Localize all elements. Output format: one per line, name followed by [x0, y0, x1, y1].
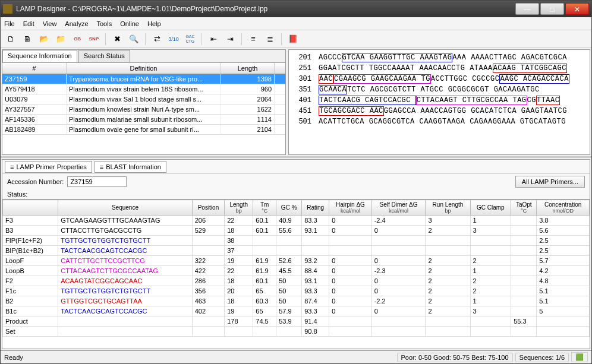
col-header[interactable]: Tm°C — [253, 200, 276, 216]
tab-lamp-primer-properties[interactable]: ≡LAMP Primer Properties — [5, 161, 92, 173]
menu-analyze[interactable]: Analyze — [65, 20, 88, 27]
col-header[interactable]: Concentrationnmol/OD — [537, 200, 590, 216]
col-header[interactable]: Lengthbp — [225, 200, 253, 216]
statusbar: Ready Poor: 0-50 Good: 50-75 Best: 75-10… — [1, 350, 591, 363]
menu-edit[interactable]: Edit — [23, 20, 34, 27]
toolbar: 🗋 🗎 📂 📁 GB SNP ✖ 🔍 ⇄ 3/10 GAC CTG ⇤ ⇥ ≡ … — [1, 30, 591, 48]
align-right-icon[interactable]: ⇥ — [223, 33, 237, 46]
tab-blast-information[interactable]: ≡BLAST Information — [95, 161, 166, 173]
new-icon[interactable]: 🗋 — [4, 33, 17, 46]
col-length[interactable]: Length — [221, 63, 275, 74]
table-row[interactable]: AY327557Plasmodium knowlesi strain Nuri … — [2, 105, 285, 115]
table-row[interactable]: F1cTGTTGCTGTGGTCTGTGCTT35620655093.30022… — [3, 286, 590, 296]
table-row[interactable]: AF145336Plasmodium malariae small subuni… — [2, 115, 285, 125]
sequence-info-panel: Sequence Information Search Status # Def… — [2, 49, 286, 155]
status-ready: Ready — [4, 354, 23, 361]
bars-icon: ≡ — [10, 163, 14, 170]
col-header[interactable]: Hairpin ΔGkcal/mol — [329, 200, 372, 216]
sequence-table-header: # Definition Length — [2, 63, 285, 74]
col-definition[interactable]: Definition — [67, 63, 221, 74]
menu-view[interactable]: View — [43, 20, 57, 27]
primer-table[interactable]: SequencePositionLengthbpTm°CGC %RatingHa… — [2, 199, 590, 349]
ratio-icon[interactable]: 3/10 — [167, 33, 180, 46]
delete-icon[interactable]: ✖ — [111, 33, 124, 46]
col-header[interactable]: GC % — [276, 200, 302, 216]
table-row[interactable]: Product17874.553.991.455.3 — [3, 316, 590, 327]
toolbar-separator — [241, 33, 242, 45]
table-row[interactable]: F3GTCAAGAAGGTTTGCAAAGTAG2062260.140.983.… — [3, 216, 590, 226]
bars-icon: ≡ — [100, 163, 103, 170]
table-row[interactable]: B3CTTACCTTGTGACGCCTG5291860.155.693.1002… — [3, 226, 590, 236]
toolbar-separator — [145, 33, 146, 45]
sequence-info-tabs: Sequence Information Search Status — [2, 50, 285, 63]
status-legend: Poor: 0-50 Good: 50-75 Best: 75-100 — [397, 353, 513, 362]
app-window: LAMP Designer - C:\PROGRA~1\LAMPDE~1.01\… — [0, 0, 592, 364]
status-sequences: Sequences: 1/6 — [515, 353, 569, 362]
table-row[interactable]: LoopFCATTCTTGCTTCCGCTTCG3221961.952.693.… — [3, 256, 590, 266]
top-split: Sequence Information Search Status # Def… — [1, 48, 591, 158]
minimize-button[interactable]: — — [515, 3, 539, 15]
close-button[interactable]: ✕ — [565, 3, 589, 15]
col-header[interactable]: Rating — [302, 200, 329, 216]
open-folder-icon[interactable]: 📂 — [37, 33, 51, 46]
table-row[interactable]: BIP(B1c+B2)TACTCAACGCAGTCCACGC372.5 — [3, 246, 590, 256]
titlebar: LAMP Designer - C:\PROGRA~1\LAMPDE~1.01\… — [1, 1, 591, 17]
col-header[interactable]: Run Lengthbp — [426, 200, 470, 216]
col-header[interactable]: Self Dimer ΔGkcal/mol — [371, 200, 426, 216]
maximize-button[interactable]: □ — [540, 3, 564, 15]
bars-icon[interactable]: ≡ — [247, 33, 260, 46]
col-header[interactable]: Sequence — [58, 200, 192, 216]
table-row[interactable]: LoopBCTTACAAGTCTTGCGCCAATAG4222261.945.5… — [3, 266, 590, 276]
primer-tabs: ≡LAMP Primer Properties ≡BLAST Informati… — [2, 160, 590, 174]
toolbar-separator — [105, 33, 106, 45]
tab-search-status[interactable]: Search Status — [78, 50, 130, 62]
snp-icon[interactable]: SNP — [87, 33, 100, 46]
col-accession[interactable]: # — [2, 63, 67, 74]
menu-online[interactable]: Online — [120, 20, 139, 27]
table-row[interactable]: B2GTTGGTCGCTGCAGTTAA4631860.35087.40-2.2… — [3, 296, 590, 306]
threshold-icon[interactable]: ⇄ — [150, 33, 163, 46]
menu-tools[interactable]: Tools — [97, 20, 112, 27]
gb-icon[interactable]: GB — [71, 33, 84, 46]
table-row[interactable]: AY579418Plasmodium vivax strain belem 18… — [2, 84, 285, 94]
toolbar-separator — [281, 33, 282, 45]
workarea: Sequence Information Search Status # Def… — [1, 48, 591, 350]
table-row[interactable]: Set90.8 — [3, 327, 590, 337]
col-header[interactable]: TaOpt°C — [511, 200, 537, 216]
sequence-table-body[interactable]: Z37159Trypanosoma brucei mRNA for VSG-li… — [2, 74, 285, 154]
toolbar-separator — [201, 33, 202, 45]
folder-icon[interactable]: 📁 — [54, 33, 67, 46]
status-label: Status: — [2, 189, 590, 199]
status-flag-icon: 🟩 — [571, 352, 588, 362]
accession-label: Accession Number: — [7, 178, 64, 185]
col-header[interactable]: Position — [192, 200, 224, 216]
primer-panel: ≡LAMP Primer Properties ≡BLAST Informati… — [2, 159, 590, 349]
app-icon — [3, 4, 12, 14]
menu-help[interactable]: Help — [147, 20, 161, 27]
open-icon[interactable]: 🗎 — [21, 33, 34, 46]
table-row[interactable]: AB182489Plasmodium ovale gene for small … — [2, 125, 285, 135]
menu-file[interactable]: File — [4, 20, 15, 27]
tab-sequence-information[interactable]: Sequence Information — [2, 50, 77, 62]
primer-table-header: SequencePositionLengthbpTm°CGC %RatingHa… — [3, 200, 590, 216]
table-row[interactable]: F2ACAAGTATCGGCAGCAAC2861860.15093.100224… — [3, 276, 590, 286]
col-header[interactable]: GC Clamp — [470, 200, 511, 216]
table-row[interactable]: FIP(F1c+F2)TGTTGCTGTGGTCTGTGCTT382.5 — [3, 236, 590, 246]
window-title: LAMP Designer - C:\PROGRA~1\LAMPDE~1.01\… — [16, 5, 514, 13]
all-lamp-primers-button[interactable]: All LAMP Primers... — [515, 176, 585, 188]
sequence-viewer[interactable]: 201AGCCCGTCAA GAAGGTTTGC AAAGTAGAAA AAAA… — [288, 49, 590, 155]
table-row[interactable]: U03079Plasmodium vivax Sal 1 blood stage… — [2, 94, 285, 105]
table-row[interactable]: Z37159Trypanosoma brucei mRNA for VSG-li… — [2, 74, 285, 84]
menubar: File Edit View Analyze Tools Online Help — [1, 17, 591, 30]
accession-row: Accession Number: All LAMP Primers... — [2, 174, 590, 189]
align-left-icon[interactable]: ⇤ — [207, 33, 220, 46]
bars2-icon[interactable]: ≣ — [263, 33, 276, 46]
accession-input[interactable] — [67, 176, 127, 187]
find-icon[interactable]: 🔍 — [127, 33, 140, 46]
col-header[interactable] — [3, 200, 58, 216]
table-row[interactable]: B1cTACTCAACGCAGTCCACGC402196557.993.3002… — [3, 306, 590, 316]
gac-ctg-icon[interactable]: GAC CTG — [184, 33, 197, 46]
primer-table-body: F3GTCAAGAAGGTTTGCAAAGTAG2062260.140.983.… — [3, 216, 590, 337]
book-icon[interactable]: 📕 — [286, 33, 300, 46]
